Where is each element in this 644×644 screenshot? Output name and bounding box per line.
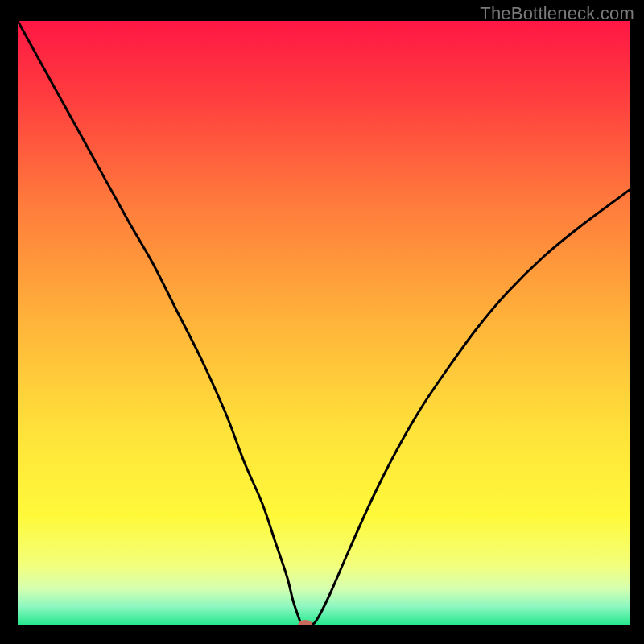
chart-frame: TheBottleneck.com bbox=[0, 0, 644, 644]
plot-svg bbox=[18, 21, 630, 625]
watermark-text: TheBottleneck.com bbox=[480, 3, 634, 24]
plot-area bbox=[18, 21, 630, 625]
gradient-background bbox=[18, 21, 630, 625]
